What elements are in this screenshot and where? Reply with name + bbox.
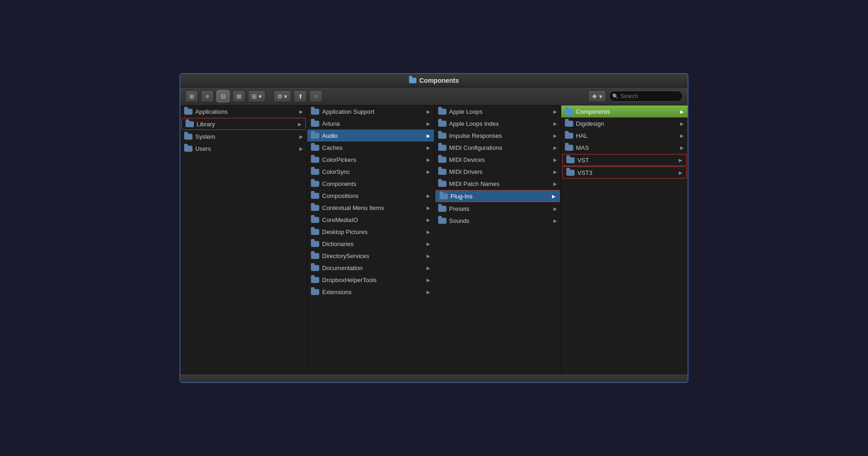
list-item[interactable]: Applications ▶ [180,105,307,117]
arrange-button[interactable]: ⊞ ▾ [248,90,266,102]
list-item-vst[interactable]: VST ▶ [562,154,687,166]
item-label: Audio [322,132,424,139]
arrow-icon: ▶ [553,109,557,114]
list-item[interactable]: Sounds ▶ [434,215,561,227]
list-item[interactable]: CoreMediaIO ▶ [307,214,434,226]
folder-icon [440,193,448,199]
folder-icon [186,121,194,127]
list-item[interactable]: Users ▶ [180,142,307,154]
arrow-icon: ▶ [427,277,430,283]
arrow-icon: ▶ [553,157,557,162]
list-item[interactable]: MIDI Configurations ▶ [434,142,561,154]
arrow-icon: ▶ [298,122,302,127]
action-button[interactable]: ⚙ ▾ [273,90,291,102]
list-item[interactable]: Caches ▶ [307,142,434,154]
arrow-icon: ▶ [553,206,557,211]
arrow-icon: ▶ [427,205,430,210]
cover-view-button[interactable]: ⊠ [232,90,245,102]
column-view-button[interactable]: ⊟ [217,90,229,102]
list-item-components[interactable]: Components ▶ [561,105,688,117]
finder-window: Components ⊞ ≡ ⊟ ⊠ ⊞ ▾ ⚙ ▾ ⬆ ○ ❖ ▾ 🔍 App… [180,73,688,383]
list-item[interactable]: Digidesign ▶ [561,117,688,129]
list-item-plugins[interactable]: Plug-Ins ▶ [435,190,560,202]
item-label: MIDI Configurations [449,144,552,151]
list-item[interactable]: MAS ▶ [561,142,688,154]
arrow-icon: ▶ [679,158,682,163]
item-label: Components [322,180,430,187]
item-label: MIDI Drivers [449,168,552,175]
folder-icon [311,181,319,187]
list-item[interactable]: ColorSync ▶ [307,166,434,178]
list-item[interactable]: Documentation ▶ [307,262,434,274]
list-item[interactable]: Components [307,178,434,190]
window-title: Components [419,77,459,84]
list-item[interactable]: Compositions ▶ [307,190,434,202]
list-item[interactable]: Dictionaries ▶ [307,238,434,250]
list-item[interactable]: MIDI Devices ▶ [434,154,561,166]
column-3: Apple Loops ▶ Apple Loops Index ▶ Impuls… [434,105,561,374]
list-item-audio[interactable]: Audio ▶ [307,129,434,142]
list-item[interactable]: DropboxHelperTools ▶ [307,274,434,286]
folder-icon [565,109,573,115]
statusbar [180,374,688,382]
list-item[interactable]: ColorPickers ▶ [307,154,434,166]
arrow-icon: ▶ [680,145,684,150]
item-label: ColorPickers [322,156,424,163]
list-item[interactable]: HAL ▶ [561,129,688,142]
arrow-icon: ▶ [427,265,430,271]
grid-view-button[interactable]: ⊞ [185,90,198,102]
list-item[interactable]: MIDI Patch Names ▶ [434,178,561,190]
arrow-icon: ▶ [680,133,684,138]
arrow-icon: ▶ [553,121,557,126]
folder-icon [565,121,573,127]
list-item[interactable]: System ▶ [180,130,307,142]
item-label: Caches [322,144,424,151]
tag-button[interactable]: ○ [310,90,322,102]
folder-icon [565,133,573,139]
item-label: Arturia [322,120,424,127]
item-label: VST [577,157,677,164]
item-label: DirectoryServices [322,253,424,259]
arrow-icon: ▶ [427,145,430,150]
list-item[interactable]: MIDI Drivers ▶ [434,166,561,178]
folder-icon [311,205,319,211]
list-item[interactable]: Library ▶ [181,118,306,130]
list-item[interactable]: Desktop Pictures ▶ [307,226,434,238]
folder-icon [184,134,192,140]
dropbox-button[interactable]: ❖ ▾ [588,90,606,102]
list-item[interactable]: Apple Loops ▶ [434,105,561,117]
item-label: Applications [195,108,298,115]
list-item[interactable]: Presets ▶ [434,203,561,215]
item-label: Plug-Ins [451,193,550,200]
folder-icon [311,193,319,199]
list-item[interactable]: Contextual Menu Items ▶ [307,202,434,214]
list-item[interactable]: Apple Loops Index ▶ [434,117,561,129]
list-item[interactable]: Extensions ▶ [307,286,434,298]
toolbar: ⊞ ≡ ⊟ ⊠ ⊞ ▾ ⚙ ▾ ⬆ ○ ❖ ▾ 🔍 [180,87,688,105]
list-view-button[interactable]: ≡ [201,90,214,102]
arrow-icon: ▶ [680,121,684,126]
item-label: System [195,133,298,140]
list-item[interactable]: Impulse Responses ▶ [434,129,561,142]
search-icon: 🔍 [612,93,619,99]
arrow-icon: ▶ [427,229,430,234]
item-label: Digidesign [576,120,678,127]
list-item[interactable]: Application Support ▶ [307,105,434,117]
column-browser: Applications ▶ Library ▶ System ▶ Users … [180,105,688,374]
list-item[interactable]: DirectoryServices ▶ [307,250,434,262]
folder-icon [438,157,446,163]
share-button[interactable]: ⬆ [294,90,307,102]
item-label: Desktop Pictures [322,228,424,235]
item-label: Documentation [322,265,424,271]
list-item[interactable]: Arturia ▶ [307,117,434,129]
folder-icon [438,181,446,187]
arrow-icon: ▶ [299,134,303,139]
item-label: MIDI Patch Names [449,180,552,187]
arrow-icon: ▶ [553,181,557,186]
list-item-vst3[interactable]: VST3 ▶ [562,166,687,179]
folder-icon [311,253,319,259]
search-input[interactable] [609,91,683,102]
folder-icon [311,217,319,223]
folder-icon [438,169,446,175]
folder-icon [438,133,446,139]
